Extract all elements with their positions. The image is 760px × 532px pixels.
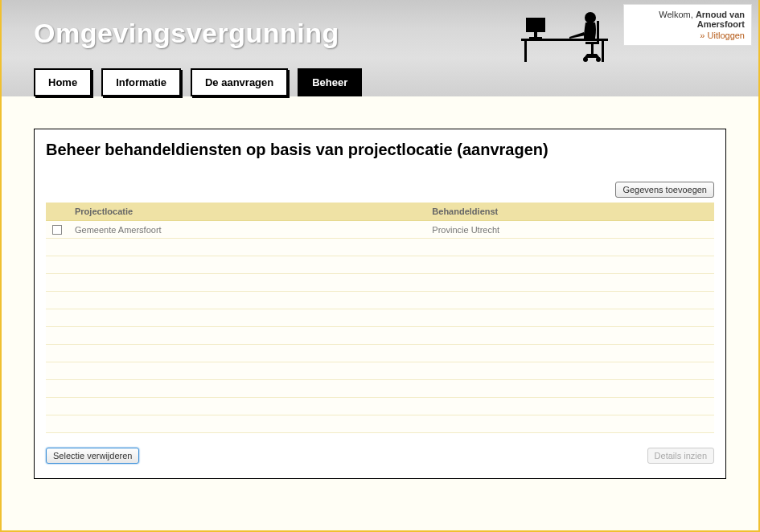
panel-title: Beheer behandeldiensten op basis van pro…: [46, 141, 714, 159]
desk-person-icon: [521, 8, 618, 64]
cell-projectlocatie: Gemeente Amersfoort: [68, 221, 425, 239]
svg-point-6: [585, 12, 596, 23]
table-row-empty: [46, 380, 714, 398]
svg-rect-1: [534, 32, 537, 37]
table-row-empty: [46, 256, 714, 274]
delete-selection-button[interactable]: Selectie verwijderen: [46, 448, 139, 464]
username: Arnoud van Amersfoort: [696, 10, 745, 29]
svg-rect-3: [521, 39, 608, 41]
table-row-empty: [46, 239, 714, 256]
main-nav: Home Informatie De aanvragen Beheer: [34, 68, 362, 96]
empty-cell: [46, 345, 68, 362]
empty-cell: [68, 239, 425, 256]
empty-cell: [425, 274, 714, 292]
empty-cell: [46, 362, 68, 380]
svg-rect-8: [585, 42, 599, 44]
tab-beheer[interactable]: Beheer: [298, 68, 362, 96]
svg-rect-0: [526, 18, 545, 32]
empty-cell: [425, 362, 714, 380]
table-row-empty: [46, 415, 714, 433]
cell-behandeldienst: Provincie Utrecht: [425, 221, 714, 239]
empty-cell: [46, 380, 68, 398]
table-row-empty: [46, 309, 714, 327]
table-row-empty: [46, 292, 714, 309]
svg-rect-2: [529, 37, 542, 39]
svg-rect-7: [597, 21, 599, 42]
empty-cell: [46, 415, 68, 433]
panel-footer: Selectie verwijderen Details inzien: [46, 448, 714, 464]
tab-informatie[interactable]: Informatie: [101, 68, 181, 96]
empty-cell: [425, 309, 714, 327]
empty-cell: [68, 292, 425, 309]
table-row-empty: [46, 398, 714, 415]
main-panel: Beheer behandeldiensten op basis van pro…: [34, 129, 726, 479]
empty-cell: [46, 398, 68, 415]
empty-cell: [46, 274, 68, 292]
empty-cell: [68, 256, 425, 274]
add-data-button[interactable]: Gegevens toevoegen: [615, 182, 714, 198]
empty-cell: [425, 256, 714, 274]
empty-cell: [425, 345, 714, 362]
table-row[interactable]: Gemeente AmersfoortProvincie Utrecht: [46, 221, 714, 239]
col-header-behandeldienst: Behandeldienst: [425, 203, 714, 221]
svg-rect-9: [591, 44, 594, 54]
table-row-empty: [46, 345, 714, 362]
empty-cell: [68, 274, 425, 292]
empty-cell: [46, 256, 68, 274]
table-row-empty: [46, 362, 714, 380]
svg-point-10: [583, 57, 588, 62]
row-checkbox-cell: [46, 221, 68, 239]
welcome-prefix: Welkom,: [659, 10, 696, 19]
svg-rect-5: [602, 41, 604, 62]
table-row-empty: [46, 327, 714, 345]
col-header-projectlocatie: Projectlocatie: [68, 203, 425, 221]
empty-cell: [68, 309, 425, 327]
empty-cell: [425, 380, 714, 398]
empty-cell: [46, 309, 68, 327]
user-info-box: Welkom, Arnoud van Amersfoort Uitloggen: [623, 4, 752, 46]
empty-cell: [46, 327, 68, 345]
empty-cell: [425, 327, 714, 345]
empty-cell: [425, 415, 714, 433]
empty-cell: [46, 239, 68, 256]
empty-cell: [68, 327, 425, 345]
col-header-checkbox: [46, 203, 68, 221]
view-details-button[interactable]: Details inzien: [647, 448, 714, 464]
header-banner: Omgevingsvergunning: [2, 0, 758, 96]
svg-rect-4: [524, 41, 527, 62]
data-table: Projectlocatie Behandeldienst Gemeente A…: [46, 203, 714, 433]
empty-cell: [425, 398, 714, 415]
app-title: Omgevingsvergunning: [34, 18, 339, 49]
tab-home[interactable]: Home: [34, 68, 92, 96]
tab-de-aanvragen[interactable]: De aanvragen: [191, 68, 288, 96]
empty-cell: [68, 415, 425, 433]
svg-point-11: [596, 57, 601, 62]
content-area: Beheer behandeldiensten op basis van pro…: [2, 96, 758, 495]
empty-cell: [68, 362, 425, 380]
empty-cell: [425, 239, 714, 256]
empty-cell: [425, 292, 714, 309]
panel-toolbar-top: Gegevens toevoegen: [46, 182, 714, 198]
empty-cell: [68, 345, 425, 362]
empty-cell: [68, 398, 425, 415]
logout-link[interactable]: Uitloggen: [631, 31, 745, 40]
row-checkbox[interactable]: [52, 225, 62, 235]
table-row-empty: [46, 274, 714, 292]
empty-cell: [68, 380, 425, 398]
empty-cell: [46, 292, 68, 309]
table-body: Gemeente AmersfoortProvincie Utrecht: [46, 221, 714, 433]
